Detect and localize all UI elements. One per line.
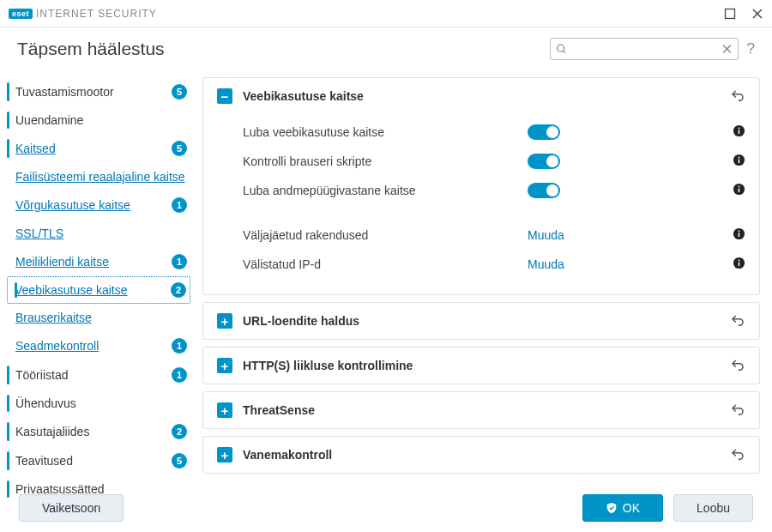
expand-icon[interactable]: + <box>217 402 232 418</box>
badge: 1 <box>172 367 187 383</box>
panel-body: Luba veebikasutuse kaitse Kontrolli brau… <box>203 114 759 294</box>
sidebar-item-label: Tööriistad <box>15 368 166 382</box>
search-box[interactable] <box>550 38 739 60</box>
sidebar-item-label: Seadmekontroll <box>15 339 166 353</box>
badge: 2 <box>171 282 186 298</box>
footer: Vaiketsoon OK Loobu <box>0 484 772 532</box>
svg-point-3 <box>557 45 564 51</box>
sidebar-item-ühenduvus[interactable]: Ühenduvus <box>0 390 197 417</box>
sidebar-item-uuendamine[interactable]: Uuendamine <box>0 106 197 134</box>
panel-header[interactable]: + HTTP(S) liikluse kontrollimine <box>203 348 759 384</box>
sidebar-item-label: Tuvastamismootor <box>15 85 166 99</box>
revert-icon[interactable] <box>730 402 745 418</box>
sidebar-item-võrgukasutuse[interactable]: Võrgukasutuse kaitse 1 <box>0 190 197 220</box>
sidebar-item-label: Veebikasutuse kaitse <box>15 283 166 297</box>
sidebar-item-tuvastamismootor[interactable]: Tuvastamismootor 5 <box>0 77 197 106</box>
panel-header[interactable]: + ThreatSense <box>203 392 759 428</box>
content: − Veebikasutuse kaitse Luba veebikasutus… <box>197 72 772 505</box>
sidebar-item-label: Uuendamine <box>15 113 187 127</box>
search-input[interactable] <box>567 43 721 56</box>
product-name: INTERNET SECURITY <box>36 8 157 20</box>
sidebar-item-tööriistad[interactable]: Tööriistad 1 <box>0 360 197 390</box>
setting-row: Kontrolli brauseri skripte <box>243 147 745 176</box>
info-icon[interactable] <box>733 154 745 166</box>
close-icon[interactable] <box>751 8 763 20</box>
panel-vanemakontroll: + Vanemakontroll <box>202 436 760 474</box>
panel-https-liikluse: + HTTP(S) liikluse kontrollimine <box>202 347 760 384</box>
sidebar-item-label: Kasutajaliides <box>15 425 166 438</box>
shield-icon <box>606 502 618 514</box>
revert-icon[interactable] <box>730 313 745 329</box>
revert-icon[interactable] <box>730 88 745 104</box>
panel-threatsense: + ThreatSense <box>202 391 760 429</box>
sidebar-item-label: Meilikliendi kaitse <box>15 255 166 269</box>
sidebar-item-teavitused[interactable]: Teavitused 5 <box>0 446 197 475</box>
sidebar-item-kaitsed[interactable]: Kaitsed 5 <box>0 134 197 163</box>
sidebar-item-label: Failisüsteemi reaalajaline kaitse <box>15 170 187 184</box>
page-header: Täpsem häälestus ? <box>0 27 772 72</box>
help-icon[interactable]: ? <box>747 40 755 57</box>
svg-rect-11 <box>739 159 740 163</box>
cancel-button[interactable]: Loobu <box>673 494 753 522</box>
setting-row: Luba andmepüügivastane kaitse <box>243 176 745 205</box>
badge: 1 <box>172 254 187 269</box>
sidebar-item-brauserikaitse[interactable]: Brauserikaitse <box>0 304 197 331</box>
info-icon[interactable] <box>733 124 745 137</box>
svg-point-18 <box>739 230 740 232</box>
info-icon[interactable] <box>733 257 745 269</box>
setting-label: Luba veebikasutuse kaitse <box>243 125 528 139</box>
panel-header[interactable]: − Veebikasutuse kaitse <box>203 78 759 114</box>
panel-title: Vanemakontroll <box>243 448 730 462</box>
panel-header[interactable]: + Vanemakontroll <box>203 437 759 473</box>
defaults-button[interactable]: Vaiketsoon <box>19 494 124 522</box>
badge: 1 <box>172 197 187 213</box>
panel-title: Veebikasutuse kaitse <box>243 89 730 103</box>
svg-point-12 <box>739 156 740 158</box>
edit-link[interactable]: Muuda <box>528 257 564 271</box>
ok-button[interactable]: OK <box>582 494 663 522</box>
setting-label: Luba andmepüügivastane kaitse <box>243 184 528 197</box>
expand-icon[interactable]: + <box>217 447 232 462</box>
expand-icon[interactable]: + <box>217 313 232 329</box>
info-icon[interactable] <box>733 183 745 196</box>
svg-rect-14 <box>739 188 740 192</box>
body: Tuvastamismootor 5 Uuendamine Kaitsed 5 … <box>0 72 772 505</box>
toggle-switch[interactable] <box>528 124 560 140</box>
sidebar-item-kasutajaliides[interactable]: Kasutajaliides 2 <box>0 417 197 446</box>
edit-link[interactable]: Muuda <box>528 228 564 242</box>
setting-row: Välistatud IP-d Muuda <box>243 250 745 279</box>
toggle-switch[interactable] <box>528 183 560 198</box>
sidebar-item-label: Võrgukasutuse kaitse <box>15 198 166 212</box>
maximize-icon[interactable] <box>724 8 736 20</box>
sidebar-item-meilikliendi[interactable]: Meilikliendi kaitse 1 <box>0 247 197 276</box>
badge: 5 <box>172 141 187 156</box>
svg-rect-8 <box>739 130 740 134</box>
svg-point-21 <box>739 259 740 261</box>
sidebar-item-failisüsteemi[interactable]: Failisüsteemi reaalajaline kaitse <box>0 163 197 190</box>
panel-header[interactable]: + URL-loendite haldus <box>203 303 759 339</box>
collapse-icon[interactable]: − <box>217 88 232 104</box>
setting-row: Väljajäetud rakendused Muuda <box>243 221 745 250</box>
svg-point-9 <box>739 127 740 129</box>
revert-icon[interactable] <box>730 447 745 462</box>
app-logo: eset INTERNET SECURITY <box>9 8 157 20</box>
sidebar-item-veebikasutuse[interactable]: Veebikasutuse kaitse 2 <box>7 276 190 304</box>
panel-title: URL-loendite haldus <box>243 314 730 328</box>
button-label: Loobu <box>697 501 730 515</box>
badge: 1 <box>172 338 187 354</box>
toggle-switch[interactable] <box>528 154 560 169</box>
button-label: Vaiketsoon <box>42 501 100 515</box>
sidebar: Tuvastamismootor 5 Uuendamine Kaitsed 5 … <box>0 72 197 505</box>
sidebar-item-ssl-tls[interactable]: SSL/TLS <box>0 220 197 247</box>
svg-rect-17 <box>739 233 740 237</box>
search-icon <box>556 43 567 55</box>
sidebar-item-seadmekontroll[interactable]: Seadmekontroll 1 <box>0 331 197 360</box>
setting-label: Väljajäetud rakendused <box>243 228 528 242</box>
badge: 5 <box>172 453 187 469</box>
expand-icon[interactable]: + <box>217 358 232 373</box>
info-icon[interactable] <box>733 227 745 240</box>
window-controls <box>724 8 763 20</box>
badge: 5 <box>172 84 187 100</box>
clear-search-icon[interactable] <box>721 43 733 55</box>
revert-icon[interactable] <box>730 358 745 373</box>
